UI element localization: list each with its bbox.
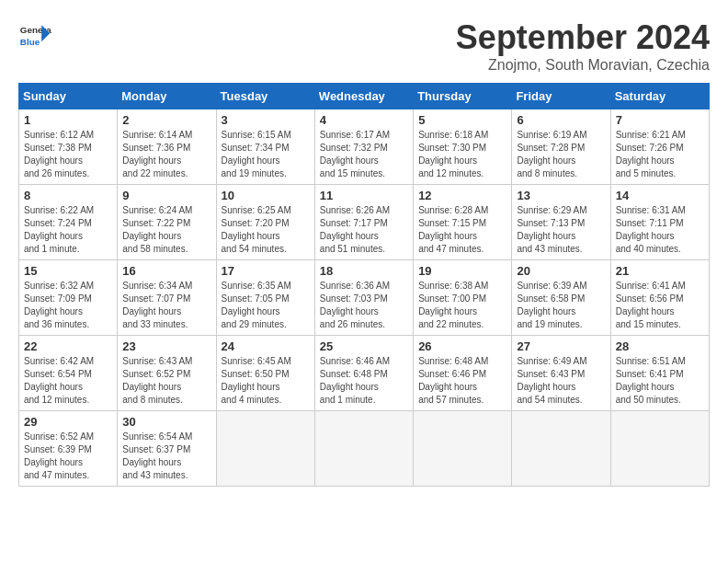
day-info: Sunrise: 6:25 AM Sunset: 7:20 PM Dayligh… [222,204,310,256]
calendar-week-row: 8 Sunrise: 6:22 AM Sunset: 7:24 PM Dayli… [19,185,710,260]
calendar-cell: 3 Sunrise: 6:15 AM Sunset: 7:34 PM Dayli… [216,109,314,185]
day-info: Sunrise: 6:32 AM Sunset: 7:09 PM Dayligh… [24,280,112,331]
calendar-cell: 19 Sunrise: 6:38 AM Sunset: 7:00 PM Dayl… [414,260,512,336]
day-info: Sunrise: 6:14 AM Sunset: 7:36 PM Dayligh… [122,129,210,180]
calendar-cell: 29 Sunrise: 6:52 AM Sunset: 6:39 PM Dayl… [19,411,118,487]
calendar-header-row: SundayMondayTuesdayWednesdayThursdayFrid… [19,84,710,109]
day-info: Sunrise: 6:35 AM Sunset: 7:05 PM Dayligh… [222,280,310,331]
day-number: 17 [222,264,310,278]
calendar-cell: 4 Sunrise: 6:17 AM Sunset: 7:32 PM Dayli… [314,109,413,185]
day-info: Sunrise: 6:54 AM Sunset: 6:37 PM Dayligh… [122,431,210,482]
day-number: 5 [418,113,506,127]
page-header: General Blue September 2024 Znojmo, Sout… [18,18,710,74]
calendar-cell: 2 Sunrise: 6:14 AM Sunset: 7:36 PM Dayli… [118,109,216,185]
calendar-cell [314,411,413,487]
location: Znojmo, South Moravian, Czechia [456,57,710,74]
day-number: 15 [24,264,112,278]
day-info: Sunrise: 6:18 AM Sunset: 7:30 PM Dayligh… [418,129,506,180]
calendar-cell: 17 Sunrise: 6:35 AM Sunset: 7:05 PM Dayl… [216,260,314,336]
calendar-cell: 27 Sunrise: 6:49 AM Sunset: 6:43 PM Dayl… [512,336,610,411]
day-info: Sunrise: 6:49 AM Sunset: 6:43 PM Dayligh… [517,355,605,407]
day-info: Sunrise: 6:19 AM Sunset: 7:28 PM Dayligh… [517,129,605,180]
calendar-table: SundayMondayTuesdayWednesdayThursdayFrid… [18,83,710,487]
day-number: 21 [616,264,704,278]
day-info: Sunrise: 6:24 AM Sunset: 7:22 PM Dayligh… [122,204,210,256]
calendar-cell: 10 Sunrise: 6:25 AM Sunset: 7:20 PM Dayl… [216,185,314,260]
day-number: 12 [418,189,506,202]
day-number: 24 [222,339,310,353]
day-number: 3 [222,113,310,127]
calendar-cell: 13 Sunrise: 6:29 AM Sunset: 7:13 PM Dayl… [512,185,610,260]
day-number: 19 [418,264,506,278]
weekday-header-tuesday: Tuesday [216,84,314,109]
day-number: 28 [616,339,704,353]
calendar-cell: 14 Sunrise: 6:31 AM Sunset: 7:11 PM Dayl… [610,185,709,260]
day-info: Sunrise: 6:31 AM Sunset: 7:11 PM Dayligh… [616,204,704,256]
calendar-cell [610,411,709,487]
day-info: Sunrise: 6:43 AM Sunset: 6:52 PM Dayligh… [122,355,210,407]
logo-icon: General Blue [18,18,51,52]
calendar-cell [512,411,610,487]
svg-text:Blue: Blue [20,37,40,47]
calendar-cell: 12 Sunrise: 6:28 AM Sunset: 7:15 PM Dayl… [414,185,512,260]
day-number: 16 [122,264,210,278]
calendar-cell: 9 Sunrise: 6:24 AM Sunset: 7:22 PM Dayli… [118,185,216,260]
day-info: Sunrise: 6:26 AM Sunset: 7:17 PM Dayligh… [320,204,408,256]
calendar-cell: 26 Sunrise: 6:48 AM Sunset: 6:46 PM Dayl… [414,336,512,411]
day-info: Sunrise: 6:15 AM Sunset: 7:34 PM Dayligh… [222,129,310,180]
day-number: 30 [122,415,210,429]
day-number: 20 [517,264,605,278]
calendar-cell: 6 Sunrise: 6:19 AM Sunset: 7:28 PM Dayli… [512,109,610,185]
day-number: 29 [24,415,112,429]
calendar-cell: 25 Sunrise: 6:46 AM Sunset: 6:48 PM Dayl… [314,336,413,411]
weekday-header-friday: Friday [512,84,610,109]
day-number: 10 [222,189,310,202]
calendar-cell [414,411,512,487]
calendar-week-row: 29 Sunrise: 6:52 AM Sunset: 6:39 PM Dayl… [19,411,710,487]
day-info: Sunrise: 6:12 AM Sunset: 7:38 PM Dayligh… [24,129,112,180]
day-number: 25 [320,339,408,353]
calendar-cell: 30 Sunrise: 6:54 AM Sunset: 6:37 PM Dayl… [118,411,216,487]
day-number: 18 [320,264,408,278]
day-info: Sunrise: 6:21 AM Sunset: 7:26 PM Dayligh… [616,129,704,180]
weekday-header-monday: Monday [118,84,216,109]
day-info: Sunrise: 6:42 AM Sunset: 6:54 PM Dayligh… [24,355,112,407]
calendar-cell: 7 Sunrise: 6:21 AM Sunset: 7:26 PM Dayli… [610,109,709,185]
day-info: Sunrise: 6:41 AM Sunset: 6:56 PM Dayligh… [616,280,704,331]
day-info: Sunrise: 6:46 AM Sunset: 6:48 PM Dayligh… [320,355,408,407]
calendar-week-row: 15 Sunrise: 6:32 AM Sunset: 7:09 PM Dayl… [19,260,710,336]
day-number: 26 [418,339,506,353]
day-info: Sunrise: 6:36 AM Sunset: 7:03 PM Dayligh… [320,280,408,331]
day-number: 2 [122,113,210,127]
day-number: 14 [616,189,704,202]
day-number: 22 [24,339,112,353]
day-info: Sunrise: 6:29 AM Sunset: 7:13 PM Dayligh… [517,204,605,256]
day-info: Sunrise: 6:45 AM Sunset: 6:50 PM Dayligh… [222,355,310,407]
weekday-header-saturday: Saturday [610,84,709,109]
month-title: September 2024 [456,18,710,57]
day-number: 4 [320,113,408,127]
day-info: Sunrise: 6:51 AM Sunset: 6:41 PM Dayligh… [616,355,704,407]
day-info: Sunrise: 6:39 AM Sunset: 6:58 PM Dayligh… [517,280,605,331]
title-block: September 2024 Znojmo, South Moravian, C… [456,18,710,74]
weekday-header-thursday: Thursday [414,84,512,109]
calendar-cell [216,411,314,487]
day-number: 1 [24,113,112,127]
day-info: Sunrise: 6:17 AM Sunset: 7:32 PM Dayligh… [320,129,408,180]
calendar-cell: 28 Sunrise: 6:51 AM Sunset: 6:41 PM Dayl… [610,336,709,411]
calendar-cell: 11 Sunrise: 6:26 AM Sunset: 7:17 PM Dayl… [314,185,413,260]
calendar-cell: 22 Sunrise: 6:42 AM Sunset: 6:54 PM Dayl… [19,336,118,411]
calendar-cell: 16 Sunrise: 6:34 AM Sunset: 7:07 PM Dayl… [118,260,216,336]
day-number: 23 [122,339,210,353]
calendar-cell: 23 Sunrise: 6:43 AM Sunset: 6:52 PM Dayl… [118,336,216,411]
day-number: 8 [24,189,112,202]
calendar-cell: 15 Sunrise: 6:32 AM Sunset: 7:09 PM Dayl… [19,260,118,336]
day-info: Sunrise: 6:52 AM Sunset: 6:39 PM Dayligh… [24,431,112,482]
calendar-cell: 20 Sunrise: 6:39 AM Sunset: 6:58 PM Dayl… [512,260,610,336]
day-info: Sunrise: 6:22 AM Sunset: 7:24 PM Dayligh… [24,204,112,256]
calendar-week-row: 22 Sunrise: 6:42 AM Sunset: 6:54 PM Dayl… [19,336,710,411]
day-number: 9 [122,189,210,202]
day-info: Sunrise: 6:38 AM Sunset: 7:00 PM Dayligh… [418,280,506,331]
calendar-cell: 1 Sunrise: 6:12 AM Sunset: 7:38 PM Dayli… [19,109,118,185]
calendar-cell: 24 Sunrise: 6:45 AM Sunset: 6:50 PM Dayl… [216,336,314,411]
